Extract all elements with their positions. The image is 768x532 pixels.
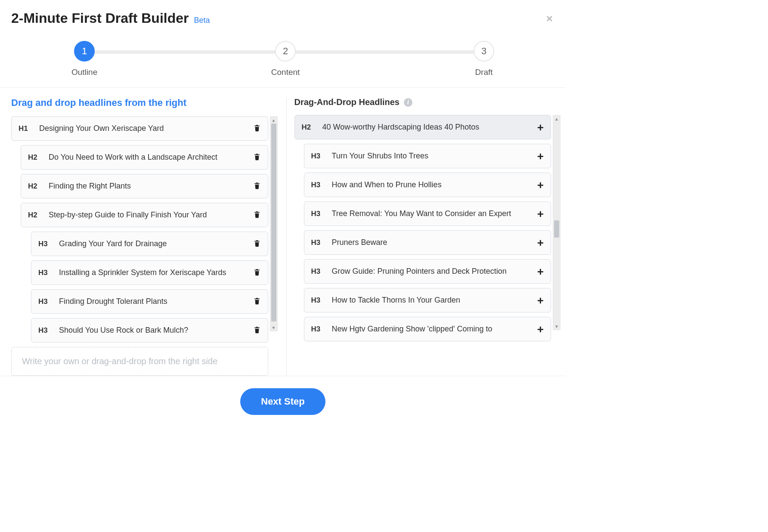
- outline-panel-title: Drag and drop headlines from the right: [11, 97, 278, 108]
- heading-text: Do You Need to Work with a Landscape Arc…: [49, 152, 247, 163]
- heading-level: H3: [311, 267, 326, 276]
- heading-text: Pruners Beware: [332, 237, 531, 248]
- heading-text: Installing a Sprinkler System for Xerisc…: [59, 267, 247, 278]
- step-label: Outline: [71, 68, 97, 77]
- add-icon[interactable]: +: [537, 266, 544, 277]
- trash-icon[interactable]: [253, 239, 261, 249]
- stepper: 1Outline2Content3Draft: [11, 26, 554, 87]
- suggestions-scroll-area: H240 Wow-worthy Hardscaping Ideas 40 Pho…: [294, 115, 561, 341]
- heading-level: H3: [38, 269, 53, 277]
- scroll-down-icon[interactable]: ▼: [270, 324, 277, 331]
- heading-level: H3: [311, 152, 326, 161]
- heading-text: Finding Drought Tolerant Plants: [59, 296, 247, 307]
- trash-icon[interactable]: [253, 124, 261, 134]
- panels: Drag and drop headlines from the right H…: [0, 88, 566, 376]
- outline-scroll-area: H1Designing Your Own Xeriscape YardH2Do …: [11, 116, 278, 376]
- heading-text: Turn Your Shrubs Into Trees: [332, 150, 531, 162]
- modal-footer: Next Step: [11, 376, 554, 430]
- step-label: Draft: [475, 68, 492, 77]
- headline-item[interactable]: H3Tree Removal: You May Want to Consider…: [304, 201, 551, 226]
- heading-text: Grow Guide: Pruning Pointers and Deck Pr…: [332, 266, 531, 277]
- add-icon[interactable]: +: [537, 324, 544, 335]
- headline-item[interactable]: H3Grading Your Yard for Drainage: [31, 232, 268, 256]
- step-content[interactable]: 2Content: [271, 41, 300, 77]
- heading-level: H3: [311, 210, 326, 218]
- add-icon[interactable]: +: [537, 151, 544, 162]
- headline-item[interactable]: H3Finding Drought Tolerant Plants: [31, 289, 268, 314]
- heading-text: New Hgtv Gardening Show 'clipped' Coming…: [332, 323, 531, 335]
- trash-icon[interactable]: [253, 325, 261, 336]
- trash-icon[interactable]: [253, 268, 261, 278]
- draft-builder-modal: × 2-Minute First Draft Builder Beta 1Out…: [0, 0, 566, 430]
- heading-text: How to Tackle Thorns In Your Garden: [332, 294, 531, 306]
- headline-item[interactable]: H3Installing a Sprinkler System for Xeri…: [31, 260, 268, 285]
- heading-level: H2: [28, 182, 43, 191]
- headline-item[interactable]: H240 Wow-worthy Hardscaping Ideas 40 Pho…: [294, 115, 551, 139]
- heading-level: H3: [311, 325, 326, 334]
- heading-level: H2: [28, 211, 43, 220]
- step-outline[interactable]: 1Outline: [71, 41, 97, 77]
- new-headline-dropzone[interactable]: [11, 347, 268, 376]
- headline-item[interactable]: H3How to Tackle Thorns In Your Garden+: [304, 288, 551, 312]
- add-icon[interactable]: +: [537, 122, 544, 133]
- headline-item[interactable]: H3How and When to Prune Hollies+: [304, 173, 551, 197]
- step-label: Content: [271, 68, 300, 77]
- scroll-thumb[interactable]: [271, 124, 276, 322]
- step-draft[interactable]: 3Draft: [474, 41, 494, 77]
- headline-item[interactable]: H2Step-by-step Guide to Finally Finish Y…: [21, 203, 268, 227]
- heading-level: H1: [19, 124, 33, 133]
- suggestions-panel: Drag-And-Drop Headlines i H240 Wow-worth…: [294, 97, 562, 376]
- modal-title: 2-Minute First Draft Builder: [11, 10, 189, 26]
- outline-scrollbar[interactable]: ▲ ▼: [270, 116, 278, 331]
- heading-text: 40 Wow-worthy Hardscaping Ideas 40 Photo…: [322, 121, 531, 133]
- heading-text: How and When to Prune Hollies: [332, 179, 531, 191]
- trash-icon[interactable]: [253, 297, 261, 307]
- heading-text: Tree Removal: You May Want to Consider a…: [332, 208, 531, 220]
- info-icon[interactable]: i: [404, 98, 412, 107]
- heading-level: H2: [28, 153, 43, 162]
- heading-level: H3: [38, 326, 53, 335]
- headline-item[interactable]: H3Should You Use Rock or Bark Mulch?: [31, 318, 268, 343]
- suggestions-panel-title-text: Drag-And-Drop Headlines: [294, 97, 399, 107]
- heading-text: Grading Your Yard for Drainage: [59, 238, 247, 250]
- add-icon[interactable]: +: [537, 179, 544, 191]
- headline-item[interactable]: H1Designing Your Own Xeriscape Yard: [11, 116, 268, 141]
- headline-item[interactable]: H3New Hgtv Gardening Show 'clipped' Comi…: [304, 317, 551, 341]
- new-headline-input[interactable]: [21, 356, 258, 367]
- scroll-up-icon[interactable]: ▲: [270, 117, 277, 124]
- heading-level: H3: [311, 296, 326, 305]
- add-icon[interactable]: +: [537, 208, 544, 220]
- close-button[interactable]: ×: [546, 12, 553, 25]
- heading-level: H3: [38, 240, 53, 248]
- headline-item[interactable]: H3Turn Your Shrubs Into Trees+: [304, 144, 551, 168]
- step-dot: 2: [275, 41, 296, 62]
- add-icon[interactable]: +: [537, 237, 544, 248]
- trash-icon[interactable]: [253, 152, 261, 163]
- vertical-divider: [286, 97, 287, 376]
- headline-item[interactable]: H3Grow Guide: Pruning Pointers and Deck …: [304, 259, 551, 284]
- scroll-thumb[interactable]: [554, 220, 559, 238]
- beta-badge: Beta: [194, 16, 210, 25]
- suggestions-panel-title: Drag-And-Drop Headlines i: [294, 97, 561, 107]
- heading-text: Finding the Right Plants: [49, 180, 247, 192]
- headline-item[interactable]: H3Pruners Beware+: [304, 230, 551, 255]
- heading-level: H3: [311, 238, 326, 247]
- trash-icon[interactable]: [253, 181, 261, 192]
- step-dot: 3: [474, 41, 494, 62]
- trash-icon[interactable]: [253, 210, 261, 220]
- step-dot: 1: [74, 41, 95, 62]
- heading-level: H3: [38, 297, 53, 306]
- headline-item[interactable]: H2Finding the Right Plants: [21, 174, 268, 198]
- suggestions-scrollbar[interactable]: ▲ ▼: [553, 115, 561, 330]
- scroll-down-icon[interactable]: ▼: [553, 323, 560, 330]
- next-step-button[interactable]: Next Step: [240, 388, 325, 415]
- scroll-up-icon[interactable]: ▲: [553, 115, 560, 122]
- modal-header: 2-Minute First Draft Builder Beta: [11, 7, 554, 26]
- heading-text: Should You Use Rock or Bark Mulch?: [59, 325, 247, 336]
- headline-item[interactable]: H2Do You Need to Work with a Landscape A…: [21, 145, 268, 170]
- heading-level: H2: [302, 123, 316, 132]
- heading-text: Step-by-step Guide to Finally Finish You…: [49, 209, 247, 221]
- add-icon[interactable]: +: [537, 295, 544, 306]
- outline-panel: Drag and drop headlines from the right H…: [11, 97, 284, 376]
- heading-level: H3: [311, 181, 326, 189]
